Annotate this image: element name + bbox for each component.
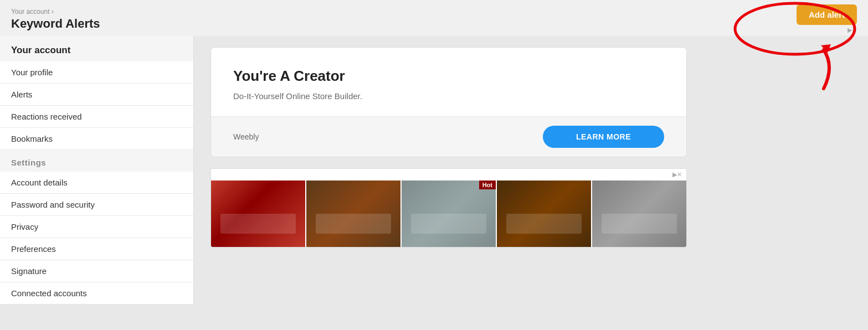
breadcrumb-separator: › [52, 8, 54, 16]
ad-card-creator-top: You're A Creator Do-It-Yourself Online S… [211, 48, 686, 116]
breadcrumb: Your account › [11, 8, 100, 16]
ad-card-creator: You're A Creator Do-It-Yourself Online S… [210, 47, 687, 157]
furniture-image-1 [211, 181, 305, 247]
furniture-images: Hot [211, 181, 686, 247]
sidebar-item-alerts[interactable]: Alerts [0, 84, 193, 106]
furniture-image-3: Hot [402, 181, 496, 247]
sidebar-item-bookmarks[interactable]: Bookmarks [0, 128, 193, 150]
sidebar-settings-header: Settings [0, 150, 193, 172]
ad-indicator: ▶✕ [848, 27, 857, 34]
desk-shape-5 [602, 214, 677, 234]
sidebar-item-preferences[interactable]: Preferences [0, 238, 193, 260]
content-area: You're A Creator Do-It-Yourself Online S… [194, 36, 868, 305]
add-alert-button[interactable]: Add alert [797, 4, 857, 25]
sidebar-item-privacy[interactable]: Privacy [0, 216, 193, 238]
sidebar-item-connected-accounts[interactable]: Connected accounts [0, 282, 193, 305]
ad-close-furniture[interactable]: ▶✕ [672, 171, 682, 178]
ad-card-creator-bottom: Weebly LEARN MORE [211, 116, 686, 157]
sidebar-account-header: Your account [0, 36, 193, 61]
ad-card-creator-subtitle: Do-It-Yourself Online Store Builder. [233, 91, 664, 101]
desk-shape-2 [316, 214, 391, 234]
ad-brand-weebly: Weebly [233, 132, 259, 141]
furniture-ad-header: ▶✕ [211, 169, 686, 181]
sidebar-item-reactions-received[interactable]: Reactions received [0, 106, 193, 128]
main-layout: Your account Your profile Alerts Reactio… [0, 36, 868, 305]
sidebar-item-your-profile[interactable]: Your profile [0, 61, 193, 84]
desk-shape-3 [411, 214, 486, 234]
sidebar: Your account Your profile Alerts Reactio… [0, 36, 194, 305]
top-bar: Your account › Keyword Alerts Add alert … [0, 0, 868, 36]
learn-more-button[interactable]: LEARN MORE [543, 126, 664, 148]
top-right-area: Add alert ▶✕ [797, 4, 857, 34]
sidebar-item-signature[interactable]: Signature [0, 260, 193, 282]
sidebar-item-account-details[interactable]: Account details [0, 172, 193, 194]
desk-shape-1 [220, 214, 296, 234]
hot-badge: Hot [479, 181, 496, 189]
sidebar-item-password-security[interactable]: Password and security [0, 194, 193, 216]
page-title: Keyword Alerts [11, 17, 100, 31]
desk-shape-4 [506, 214, 582, 234]
furniture-image-2 [306, 181, 400, 247]
breadcrumb-area: Your account › Keyword Alerts [11, 8, 100, 31]
furniture-image-4 [497, 181, 591, 247]
ad-card-furniture: ▶✕ Hot [210, 168, 687, 248]
breadcrumb-parent: Your account [11, 8, 50, 16]
ad-card-creator-title: You're A Creator [233, 68, 664, 85]
furniture-image-5 [592, 181, 686, 247]
